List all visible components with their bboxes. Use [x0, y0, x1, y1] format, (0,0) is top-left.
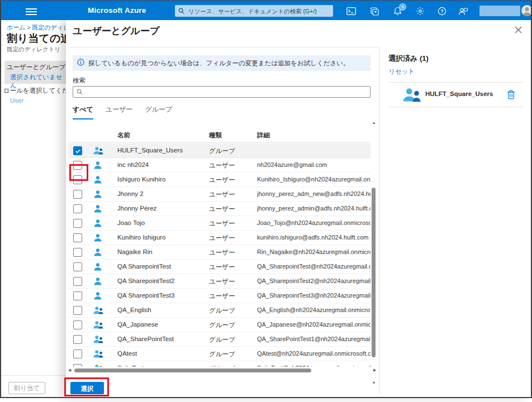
row-detail-cell: Rin_Nagaike@nh2024azuregmail.onmicrosoft…: [257, 248, 370, 255]
row-type-cell: グループ: [209, 147, 235, 155]
panel-search-box[interactable]: [73, 86, 370, 98]
table-row[interactable]: Nagaike RinユーザーRin_Nagaike@nh2024azuregm…: [68, 245, 370, 260]
table-row[interactable]: QA_EnglishグループQA_English@nh2024azuregmai…: [68, 303, 370, 318]
vertical-scrollbar-thumb[interactable]: [372, 188, 376, 357]
page-subtitle: 既定のディレクトリ: [7, 46, 60, 54]
row-checkbox[interactable]: [73, 233, 82, 242]
info-banner: 探しているものが見つからない場合は、フィルターの変更または追加をお試しください。: [73, 55, 370, 71]
account-info[interactable]: [479, 6, 520, 16]
scroll-left-icon[interactable]: ◀: [68, 368, 71, 372]
table-row[interactable]: Jhonny Pérezユーザーjhonny_perez_admin@adfs.…: [68, 202, 370, 216]
table-row[interactable]: SaitoTestグループSaitoTest@nh2024azuregmail.…: [68, 361, 370, 367]
table-row[interactable]: Joao TojoユーザーJoao_Tojo@nh2024azuregmail.…: [68, 216, 370, 231]
table-row[interactable]: HULFT_Square_Usersグループ: [68, 143, 370, 158]
column-header-name: 名前: [117, 131, 130, 140]
help-icon[interactable]: ?: [437, 6, 447, 16]
row-checkbox[interactable]: [73, 306, 82, 315]
tab-bar: すべてユーザーグループ: [73, 105, 184, 119]
delete-icon[interactable]: [507, 90, 516, 100]
row-type-cell: グループ: [209, 307, 235, 315]
table-row[interactable]: QA_JapaneseグループQA_Japanese@nh2024azuregm…: [68, 318, 370, 332]
breadcrumb-home-link[interactable]: ホーム: [7, 24, 26, 31]
horizontal-scrollbar-thumb[interactable]: [74, 368, 311, 372]
search-icon: [178, 6, 187, 16]
user-icon: [93, 175, 103, 184]
azure-brand[interactable]: Microsoft Azure: [88, 6, 146, 15]
close-icon[interactable]: [513, 25, 523, 35]
tab-users[interactable]: ユーザー: [106, 105, 133, 119]
row-type-cell: グループ: [209, 336, 235, 344]
info-banner-text: 探しているものが見つからない場合は、フィルターの変更または追加をお試しください。: [88, 59, 350, 68]
vertical-scrollbar[interactable]: ▲ ▼: [370, 119, 377, 386]
row-checkbox[interactable]: [73, 161, 82, 170]
directory-filter-icon[interactable]: [370, 6, 380, 16]
row-detail-cell: jhonny_perez_admin@adfs.nh2024.hulft.com: [257, 205, 370, 212]
role-user-link[interactable]: User: [10, 97, 23, 104]
row-checkbox[interactable]: [73, 335, 82, 344]
avatar[interactable]: [521, 5, 532, 16]
table-row[interactable]: Kunihiro Ishiguroユーザーkunihiro.ishiguro@a…: [68, 231, 370, 245]
row-checkbox[interactable]: [73, 364, 82, 367]
row-checkbox[interactable]: [73, 277, 82, 286]
breadcrumb-directory-link[interactable]: 既定のディレクトリ: [32, 24, 69, 31]
table-row[interactable]: QAtestグループQAtest@nh2024azuregmail.onmicr…: [68, 347, 370, 361]
row-detail-cell: QAtest@nh2024azuregmail.onmicrosoft.com: [257, 350, 370, 357]
user-icon: [93, 277, 103, 286]
table-row[interactable]: QA_SharePointTestグループQA_SharePointTest1@…: [68, 332, 370, 347]
reset-link[interactable]: リセット: [388, 68, 415, 76]
table-row[interactable]: QA SharepointTestユーザーQA_SharepointTest@n…: [68, 260, 370, 274]
row-checkbox[interactable]: [73, 204, 82, 213]
horizontal-scrollbar[interactable]: ◀ ▶: [68, 367, 378, 374]
cloud-shell-icon[interactable]: [346, 6, 356, 16]
row-checkbox[interactable]: [73, 190, 82, 199]
hamburger-menu-icon[interactable]: [26, 7, 37, 15]
table-body: HULFT_Square_Usersグループinc nh2024ユーザーnh20…: [68, 143, 370, 367]
row-checkbox[interactable]: [73, 175, 82, 184]
scroll-right-icon[interactable]: ▶: [373, 368, 376, 372]
row-detail-cell: QA_English@nh2024azuregmail.onmicrosoft.…: [257, 307, 370, 313]
group-icon: [93, 320, 103, 329]
users-groups-panel: ユーザーとグループ 探しているものが見つからない場合は、フィルターの変更または追…: [66, 20, 531, 398]
scroll-down-icon[interactable]: ▼: [371, 381, 377, 385]
row-checkbox[interactable]: [73, 350, 82, 358]
table-row[interactable]: Ishiguro KunihiroユーザーKunihiro_Ishiguro@n…: [68, 173, 370, 187]
row-checkbox[interactable]: [73, 262, 82, 271]
group-icon: [93, 364, 103, 367]
select-button[interactable]: 選択: [70, 382, 104, 394]
svg-text:?: ?: [440, 8, 443, 14]
row-checkbox[interactable]: [73, 146, 82, 155]
global-search[interactable]: [175, 5, 333, 17]
row-name-cell: QA_Japanese: [117, 321, 158, 328]
nav-users-groups-label: ユーザーとグループ: [7, 63, 65, 71]
panel-search-input[interactable]: [86, 88, 367, 96]
tab-all[interactable]: すべて: [73, 105, 93, 119]
row-type-cell: ユーザー: [209, 277, 235, 286]
settings-gear-icon[interactable]: [415, 6, 425, 16]
row-type-cell: グループ: [209, 350, 235, 358]
table-row[interactable]: QA SharepointTest3ユーザーQA_SharepointTest3…: [68, 289, 370, 303]
row-checkbox[interactable]: [73, 320, 82, 329]
feedback-icon[interactable]: [458, 6, 468, 16]
panel-title: ユーザーとグループ: [73, 25, 159, 37]
row-type-cell: ユーザー: [209, 234, 235, 242]
table-row[interactable]: QA SharepointTest2ユーザーQA_SharepointTest2…: [68, 274, 370, 289]
row-type-cell: ユーザー: [209, 205, 235, 213]
row-detail-cell: QA_SharepointTest3@nh2024azuregmail.onmi: [257, 292, 370, 299]
row-checkbox[interactable]: [73, 291, 82, 300]
table-row[interactable]: inc nh2024ユーザーnh2024azure@gmail.com: [68, 158, 370, 173]
selected-item: HULFT_Square_Users: [388, 83, 522, 107]
row-type-cell: グループ: [209, 321, 235, 329]
notification-badge: 5: [399, 3, 406, 11]
row-checkbox[interactable]: [73, 219, 82, 228]
tab-groups[interactable]: グループ: [145, 105, 172, 119]
selected-item-name: HULFT_Square_Users: [425, 90, 501, 97]
row-name-cell: Joao Tojo: [117, 219, 145, 226]
user-icon: [93, 219, 103, 228]
table-row[interactable]: Jhonny 2ユーザーjhonny_perez_adm_new@adfs.nh…: [68, 187, 370, 202]
group-icon: [403, 87, 421, 104]
row-detail-cell: SaitoTest@nh2024azuregmail.onmicrosoft.c…: [257, 365, 370, 367]
global-search-input[interactable]: [187, 7, 330, 15]
scroll-up-icon[interactable]: ▲: [371, 121, 377, 125]
assign-button[interactable]: 割り当て: [8, 382, 45, 394]
row-checkbox[interactable]: [73, 248, 82, 257]
